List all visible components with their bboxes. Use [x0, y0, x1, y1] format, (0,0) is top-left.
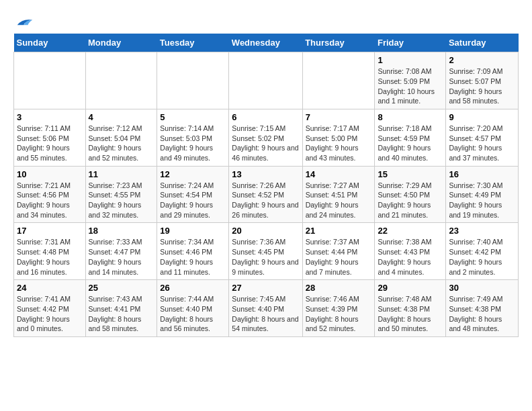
- day-info: Sunrise: 7:11 AMSunset: 5:06 PMDaylight:…: [17, 124, 83, 163]
- calendar-table: SundayMondayTuesdayWednesdayThursdayFrid…: [13, 34, 519, 337]
- day-number: 24: [17, 283, 83, 293]
- day-cell: 27Sunrise: 7:45 AMSunset: 4:40 PMDayligh…: [229, 280, 302, 337]
- day-cell: 12Sunrise: 7:24 AMSunset: 4:54 PMDayligh…: [157, 166, 229, 223]
- day-number: 7: [306, 112, 372, 122]
- day-info: Sunrise: 7:12 AMSunset: 5:04 PMDaylight:…: [89, 124, 154, 163]
- day-cell: 11Sunrise: 7:23 AMSunset: 4:55 PMDayligh…: [85, 166, 157, 223]
- day-cell: 21Sunrise: 7:37 AMSunset: 4:44 PMDayligh…: [302, 223, 375, 280]
- day-info: Sunrise: 7:33 AMSunset: 4:47 PMDaylight:…: [89, 237, 154, 277]
- day-number: 11: [89, 169, 154, 179]
- day-cell: 8Sunrise: 7:18 AMSunset: 4:59 PMDaylight…: [375, 109, 446, 166]
- day-number: 2: [449, 55, 515, 65]
- day-cell: 26Sunrise: 7:44 AMSunset: 4:40 PMDayligh…: [157, 280, 229, 337]
- day-cell: [157, 52, 229, 109]
- day-info: Sunrise: 7:23 AMSunset: 4:55 PMDaylight:…: [89, 181, 154, 220]
- day-number: 27: [232, 283, 299, 293]
- weekday-header-friday: Friday: [375, 34, 446, 52]
- day-info: Sunrise: 7:40 AMSunset: 4:42 PMDaylight:…: [449, 237, 515, 277]
- day-number: 16: [449, 169, 515, 179]
- week-row-3: 10Sunrise: 7:21 AMSunset: 4:56 PMDayligh…: [14, 166, 519, 223]
- day-info: Sunrise: 7:29 AMSunset: 4:50 PMDaylight:…: [378, 181, 443, 220]
- day-number: 13: [232, 169, 299, 179]
- day-info: Sunrise: 7:46 AMSunset: 4:39 PMDaylight:…: [306, 294, 372, 334]
- weekday-header-wednesday: Wednesday: [229, 34, 302, 52]
- logo: [13, 13, 35, 27]
- day-cell: 18Sunrise: 7:33 AMSunset: 4:47 PMDayligh…: [85, 223, 157, 280]
- day-number: 10: [17, 169, 83, 179]
- day-number: 6: [232, 112, 299, 122]
- day-number: 8: [378, 112, 443, 122]
- day-number: 1: [378, 55, 443, 65]
- day-number: 5: [160, 112, 226, 122]
- day-cell: 4Sunrise: 7:12 AMSunset: 5:04 PMDaylight…: [85, 109, 157, 166]
- week-row-2: 3Sunrise: 7:11 AMSunset: 5:06 PMDaylight…: [14, 109, 519, 166]
- weekday-header-row: SundayMondayTuesdayWednesdayThursdayFrid…: [14, 34, 519, 52]
- day-number: 23: [449, 226, 515, 236]
- day-info: Sunrise: 7:49 AMSunset: 4:38 PMDaylight:…: [449, 294, 515, 334]
- day-number: 3: [17, 112, 83, 122]
- page-header: [13, 13, 519, 27]
- day-cell: 9Sunrise: 7:20 AMSunset: 4:57 PMDaylight…: [446, 109, 519, 166]
- day-info: Sunrise: 7:14 AMSunset: 5:03 PMDaylight:…: [160, 124, 226, 163]
- day-info: Sunrise: 7:36 AMSunset: 4:45 PMDaylight:…: [232, 237, 299, 277]
- day-info: Sunrise: 7:43 AMSunset: 4:41 PMDaylight:…: [89, 294, 154, 334]
- day-info: Sunrise: 7:34 AMSunset: 4:46 PMDaylight:…: [160, 237, 226, 277]
- day-info: Sunrise: 7:20 AMSunset: 4:57 PMDaylight:…: [449, 124, 515, 163]
- day-info: Sunrise: 7:21 AMSunset: 4:56 PMDaylight:…: [17, 181, 83, 220]
- day-cell: 24Sunrise: 7:41 AMSunset: 4:42 PMDayligh…: [14, 280, 86, 337]
- weekday-header-monday: Monday: [85, 34, 157, 52]
- day-cell: 17Sunrise: 7:31 AMSunset: 4:48 PMDayligh…: [14, 223, 86, 280]
- week-row-1: 1Sunrise: 7:08 AMSunset: 5:09 PMDaylight…: [14, 52, 519, 109]
- day-cell: 14Sunrise: 7:27 AMSunset: 4:51 PMDayligh…: [302, 166, 375, 223]
- day-cell: [229, 52, 302, 109]
- weekday-header-sunday: Sunday: [14, 34, 86, 52]
- day-cell: 29Sunrise: 7:48 AMSunset: 4:38 PMDayligh…: [375, 280, 446, 337]
- day-info: Sunrise: 7:38 AMSunset: 4:43 PMDaylight:…: [378, 237, 443, 277]
- day-info: Sunrise: 7:30 AMSunset: 4:49 PMDaylight:…: [449, 181, 515, 220]
- week-row-4: 17Sunrise: 7:31 AMSunset: 4:48 PMDayligh…: [14, 223, 519, 280]
- day-number: 17: [17, 226, 83, 236]
- day-info: Sunrise: 7:37 AMSunset: 4:44 PMDaylight:…: [306, 237, 372, 277]
- logo-text: [13, 13, 35, 30]
- day-number: 20: [232, 226, 299, 236]
- weekday-header-tuesday: Tuesday: [157, 34, 229, 52]
- day-number: 29: [378, 283, 443, 293]
- day-info: Sunrise: 7:41 AMSunset: 4:42 PMDaylight:…: [17, 294, 83, 334]
- day-cell: 7Sunrise: 7:17 AMSunset: 5:00 PMDaylight…: [302, 109, 375, 166]
- weekday-header-thursday: Thursday: [302, 34, 375, 52]
- day-info: Sunrise: 7:45 AMSunset: 4:40 PMDaylight:…: [232, 294, 299, 334]
- day-cell: 23Sunrise: 7:40 AMSunset: 4:42 PMDayligh…: [446, 223, 519, 280]
- day-info: Sunrise: 7:18 AMSunset: 4:59 PMDaylight:…: [378, 124, 443, 163]
- day-cell: 3Sunrise: 7:11 AMSunset: 5:06 PMDaylight…: [14, 109, 86, 166]
- day-info: Sunrise: 7:24 AMSunset: 4:54 PMDaylight:…: [160, 181, 226, 220]
- week-row-5: 24Sunrise: 7:41 AMSunset: 4:42 PMDayligh…: [14, 280, 519, 337]
- day-number: 4: [89, 112, 154, 122]
- day-cell: 19Sunrise: 7:34 AMSunset: 4:46 PMDayligh…: [157, 223, 229, 280]
- day-cell: 10Sunrise: 7:21 AMSunset: 4:56 PMDayligh…: [14, 166, 86, 223]
- day-info: Sunrise: 7:08 AMSunset: 5:09 PMDaylight:…: [378, 66, 443, 106]
- day-info: Sunrise: 7:31 AMSunset: 4:48 PMDaylight:…: [17, 237, 83, 277]
- day-number: 15: [378, 169, 443, 179]
- day-number: 9: [449, 112, 515, 122]
- day-number: 25: [89, 283, 154, 293]
- day-cell: 5Sunrise: 7:14 AMSunset: 5:03 PMDaylight…: [157, 109, 229, 166]
- day-cell: 6Sunrise: 7:15 AMSunset: 5:02 PMDaylight…: [229, 109, 302, 166]
- day-cell: 30Sunrise: 7:49 AMSunset: 4:38 PMDayligh…: [446, 280, 519, 337]
- day-info: Sunrise: 7:27 AMSunset: 4:51 PMDaylight:…: [306, 181, 372, 220]
- day-number: 26: [160, 283, 226, 293]
- day-number: 19: [160, 226, 226, 236]
- day-number: 22: [378, 226, 443, 236]
- day-number: 30: [449, 283, 515, 293]
- day-info: Sunrise: 7:15 AMSunset: 5:02 PMDaylight:…: [232, 124, 299, 163]
- day-info: Sunrise: 7:17 AMSunset: 5:00 PMDaylight:…: [306, 124, 372, 163]
- day-cell: 28Sunrise: 7:46 AMSunset: 4:39 PMDayligh…: [302, 280, 375, 337]
- day-cell: 22Sunrise: 7:38 AMSunset: 4:43 PMDayligh…: [375, 223, 446, 280]
- day-number: 12: [160, 169, 226, 179]
- day-number: 21: [306, 226, 372, 236]
- day-cell: 2Sunrise: 7:09 AMSunset: 5:07 PMDaylight…: [446, 52, 519, 109]
- day-info: Sunrise: 7:26 AMSunset: 4:52 PMDaylight:…: [232, 181, 299, 220]
- day-cell: 20Sunrise: 7:36 AMSunset: 4:45 PMDayligh…: [229, 223, 302, 280]
- day-number: 28: [306, 283, 372, 293]
- day-number: 14: [306, 169, 372, 179]
- day-info: Sunrise: 7:09 AMSunset: 5:07 PMDaylight:…: [449, 66, 515, 106]
